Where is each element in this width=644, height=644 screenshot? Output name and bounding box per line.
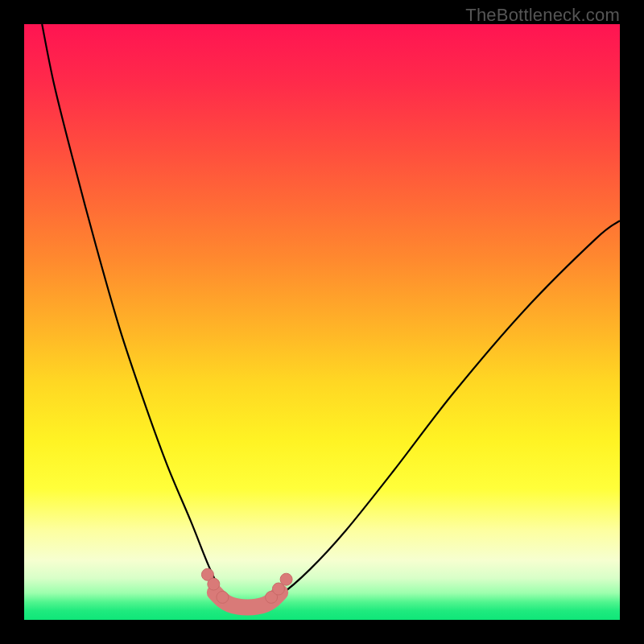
left-curve [42, 24, 238, 605]
chart-curves [24, 24, 620, 620]
plot-area [24, 24, 620, 620]
marker-dot [208, 578, 220, 590]
watermark-text: TheBottleneck.com [465, 5, 620, 26]
right-curve [257, 221, 620, 605]
marker-dot [280, 573, 292, 585]
chart-frame: TheBottleneck.com [0, 0, 644, 644]
marker-dot [217, 591, 229, 603]
